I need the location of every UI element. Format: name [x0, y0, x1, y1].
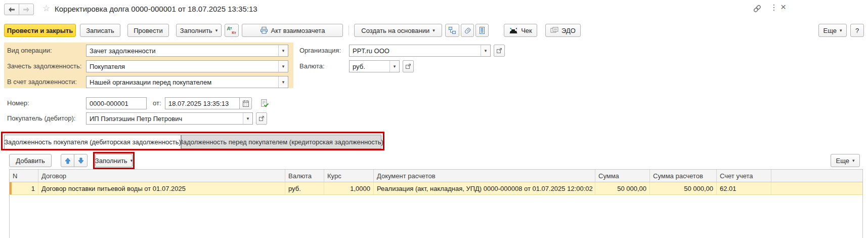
organization-label: Организация:	[299, 47, 341, 54]
debtor-open-button[interactable]	[256, 112, 267, 125]
grid-more-button[interactable]: Еще▾	[831, 154, 860, 167]
help-button[interactable]: ?	[850, 24, 864, 37]
cell-filler	[771, 182, 862, 194]
move-row-down-button[interactable]	[74, 154, 88, 167]
grid-fill-menu-button[interactable]: Заполнить▾	[95, 154, 133, 167]
grid-empty-area[interactable]	[9, 195, 863, 238]
nav-forward-button[interactable]	[19, 4, 34, 15]
chevron-down-icon: ▾	[215, 28, 218, 33]
tab-receivable-debt[interactable]: Задолженность покупателя (дебиторская за…	[4, 135, 181, 149]
column-header-contract[interactable]: Договор	[38, 170, 285, 182]
cell-contract: Договор поставки питьевой воды от 01.07.…	[38, 182, 285, 194]
chevron-down-icon: ▾	[131, 158, 133, 163]
add-row-button[interactable]: Добавить	[9, 154, 52, 167]
open-form-icon	[405, 63, 411, 69]
save-button[interactable]: Записать	[80, 24, 120, 37]
kebab-icon: ⋮	[770, 3, 778, 12]
chevron-down-icon: ▾	[840, 28, 842, 33]
date-calendar-button[interactable]	[239, 97, 252, 109]
calendar-icon	[242, 100, 249, 107]
window-menu-button[interactable]: ⋮	[770, 3, 778, 12]
edo-exchange-icon	[550, 27, 558, 34]
column-header-currency[interactable]: Валюта	[285, 170, 324, 182]
post-button[interactable]: Провести	[127, 24, 169, 37]
cell-account: 62.01	[717, 182, 771, 194]
operation-type-label: Вид операции:	[7, 47, 52, 54]
column-header-n[interactable]: N	[10, 170, 38, 182]
operation-type-field[interactable]: Зачет задолженности ▾	[86, 45, 288, 57]
set-date-button[interactable]	[259, 98, 270, 109]
dt-kt-icon: Дт Кт	[227, 26, 236, 35]
chevron-down-icon[interactable]: ▾	[278, 61, 288, 72]
against-debt-field[interactable]: Нашей организации перед покупателем ▾	[86, 76, 288, 88]
date-label: от:	[153, 99, 161, 107]
arrow-up-icon	[65, 157, 71, 164]
nav-back-button[interactable]	[4, 4, 19, 15]
notes-list-button[interactable]	[475, 24, 489, 37]
table-row[interactable]: 1 Договор поставки питьевой воды от 01.0…	[9, 182, 863, 195]
debtor-field[interactable]: ИП Пэпэтэшин Петр Петрович ▾	[86, 112, 253, 125]
chevron-down-icon[interactable]: ▾	[481, 45, 490, 56]
edo-button[interactable]: ЭДО	[545, 24, 581, 37]
move-row-up-button[interactable]	[61, 154, 74, 167]
copy-link-button[interactable]	[752, 4, 762, 14]
column-header-amount[interactable]: Сумма	[595, 170, 650, 182]
more-button[interactable]: Еще▾	[818, 24, 847, 37]
currency-field[interactable]: руб. ▾	[349, 60, 400, 72]
chevron-down-icon: ▾	[852, 158, 855, 163]
link-icon	[752, 4, 762, 14]
cell-amount: 50 000,00	[595, 182, 650, 194]
cash-register-icon	[509, 27, 518, 34]
window-close-button[interactable]: ×	[780, 2, 786, 13]
cell-settlement-document: Реализация (акт, накладная, УПД) 0000-00…	[374, 182, 595, 194]
printer-icon	[260, 26, 268, 34]
organization-field[interactable]: PPT.ru ООО ▾	[349, 45, 491, 57]
close-icon: ×	[780, 2, 786, 12]
grid-header: N Договор Валюта Курс Документ расчетов …	[9, 169, 863, 182]
related-documents-button[interactable]	[445, 24, 459, 37]
open-form-icon	[258, 115, 265, 122]
show-postings-button[interactable]: Дт Кт	[225, 24, 239, 37]
cell-n: 1	[10, 182, 38, 194]
chevron-down-icon[interactable]: ▾	[243, 113, 252, 124]
date-field[interactable]: 18.07.2025 13:35:13	[165, 97, 240, 109]
cell-currency: руб.	[285, 182, 324, 194]
favorite-star-icon[interactable]: ☆	[42, 3, 50, 14]
document-check-icon	[260, 99, 269, 108]
chevron-down-icon[interactable]: ▾	[389, 61, 399, 72]
paperclip-icon	[464, 27, 471, 34]
cell-rate: 1,0000	[324, 182, 374, 194]
column-header-account[interactable]: Счет учета	[717, 170, 771, 182]
open-form-icon	[496, 48, 502, 54]
against-debt-label: В счет задолженности:	[7, 78, 77, 86]
arrow-right-icon	[23, 7, 30, 13]
chevron-down-icon[interactable]: ▾	[278, 45, 288, 56]
post-and-close-button[interactable]: Провести и закрыть	[4, 24, 76, 37]
cell-settlement-amount: 50 000,00	[650, 182, 717, 194]
offset-act-print-button[interactable]: Акт взаимозачета	[242, 24, 343, 37]
offset-debt-field[interactable]: Покупателя ▾	[86, 60, 288, 72]
receipt-button[interactable]: Чек	[504, 24, 537, 37]
tab-payable-debt[interactable]: Задолженность перед покупателем (кредито…	[181, 135, 381, 149]
structure-icon	[448, 26, 456, 34]
arrow-left-icon	[8, 7, 15, 13]
chevron-down-icon[interactable]: ▾	[278, 76, 288, 88]
number-label: Номер:	[7, 99, 29, 107]
debtor-label: Покупатель (дебитор):	[7, 114, 75, 122]
create-on-basis-button[interactable]: Создать на основании▾	[354, 24, 442, 37]
column-header-rate[interactable]: Курс	[324, 170, 374, 182]
currency-label: Валюта:	[299, 62, 325, 70]
chevron-down-icon: ▾	[432, 28, 435, 33]
column-header-settlement-amount[interactable]: Сумма расчетов	[650, 170, 717, 182]
fill-menu-button[interactable]: Заполнить▾	[176, 24, 222, 37]
organization-open-button[interactable]	[494, 45, 505, 57]
attachments-button[interactable]	[461, 24, 474, 37]
column-header-filler	[771, 170, 862, 182]
list-icon	[479, 26, 486, 34]
currency-open-button[interactable]	[403, 60, 414, 72]
number-field[interactable]: 0000-000001	[86, 97, 147, 109]
current-row-marker	[10, 182, 12, 194]
window-title: Корректировка долга 0000-000001 от 18.07…	[55, 5, 257, 13]
arrow-down-icon	[78, 157, 84, 164]
column-header-settlement-document[interactable]: Документ расчетов	[374, 170, 595, 182]
